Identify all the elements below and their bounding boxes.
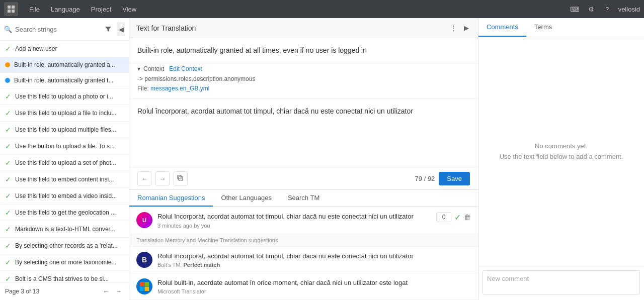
translation-footer: ← → 79 / 92 Save <box>129 167 478 189</box>
suggestion-actions: 0 ✓ 🗑 <box>436 212 471 222</box>
page-info: Page 3 of 13 <box>5 288 39 295</box>
no-comments-line2: Use the text field below to add a commen… <box>500 152 623 162</box>
next-translation-button[interactable]: → <box>155 171 170 185</box>
menu-view[interactable]: View <box>117 4 141 15</box>
sidebar-item[interactable]: ✓Bolt is a CMS that strives to be si... <box>0 271 129 282</box>
filter-button[interactable] <box>103 22 114 36</box>
tm-meta: Bolt's TM, Perfect match <box>157 262 471 268</box>
center-header-title: Text for Translation <box>136 24 448 32</box>
sidebar-item[interactable]: ✓Add a new user <box>0 41 129 57</box>
context-section: ▾ Context Edit Context -> permissions.ro… <box>129 63 478 99</box>
search-icon: 🔍 <box>4 26 12 33</box>
keyboard-icon[interactable]: ⌨ <box>570 4 580 14</box>
sidebar-item-label: Use this field to embed content insi... <box>15 176 124 183</box>
copy-source-button[interactable] <box>174 171 188 185</box>
tabs-header: Romanian Suggestions Other Languages Sea… <box>129 190 478 207</box>
svg-rect-8 <box>140 286 144 291</box>
topbar-right: ⌨ ⚙ ? vellosid <box>570 4 640 14</box>
tm-section-label: Translation Memory and Machine Translati… <box>129 234 478 247</box>
sidebar-item-label: Use this field to upload a photo or i... <box>15 93 124 100</box>
accept-suggestion-button[interactable]: ✓ <box>454 213 461 222</box>
menu-project[interactable]: Project <box>86 4 116 15</box>
next-page-button[interactable]: → <box>113 286 124 296</box>
comment-input[interactable] <box>482 270 640 294</box>
suggestion-text: Rolul încorporat, acordat automat tot ti… <box>157 212 431 221</box>
sidebar-item[interactable]: ✓Use this field to upload multiple files… <box>0 122 129 138</box>
sidebar-item[interactable]: ✓Markdown is a text-to-HTML conver... <box>0 221 129 238</box>
translation-input[interactable]: Rolul încorporat, acordat automat tot ti… <box>137 106 470 151</box>
tm-content: Rolul încorporat, acordat automat tot ti… <box>157 252 471 268</box>
sidebar-item-label: Built-in role, automatically granted a..… <box>14 61 124 68</box>
sidebar-item[interactable]: ✓Use this field to upload a file to incl… <box>0 105 129 122</box>
app-logo[interactable] <box>4 2 18 16</box>
check-icon: ✓ <box>5 126 11 134</box>
suggestion-meta: 3 minutes ago by you <box>157 223 431 229</box>
tab-terms[interactable]: Terms <box>526 18 560 37</box>
delete-suggestion-button[interactable]: 🗑 <box>464 213 471 221</box>
sidebar-item[interactable]: ✓Use the button to upload a file. To s..… <box>0 138 129 155</box>
sidebar: 🔍 ◀ ✓Add a new userBuilt-in role, automa… <box>0 18 129 300</box>
sidebar-item-label: Use this field to upload a set of phot..… <box>15 159 124 166</box>
no-comments-line1: No comments yet. <box>535 141 588 152</box>
tab-comments[interactable]: Comments <box>478 18 526 37</box>
topbar: File Language Project View ⌨ ⚙ ? vellosi… <box>0 0 644 18</box>
tabs-content: U Rolul încorporat, acordat automat tot … <box>129 207 478 300</box>
sidebar-item[interactable]: ✓Use this field to embed content insi... <box>0 171 129 188</box>
tm-item: B Rolul încorporat, acordat automat tot … <box>129 247 478 273</box>
prev-page-button[interactable]: ← <box>101 286 111 296</box>
sidebar-item-label: Markdown is a text-to-HTML conver... <box>15 226 124 233</box>
menu-file[interactable]: File <box>24 4 45 15</box>
sidebar-item[interactable]: ✓By selecting one or more taxonomie... <box>0 254 129 271</box>
svg-rect-4 <box>179 176 183 180</box>
check-icon: ✓ <box>5 275 11 282</box>
tab-other-languages[interactable]: Other Languages <box>213 190 279 207</box>
sidebar-item[interactable]: ✓Use this field to upload a photo or i..… <box>0 88 129 105</box>
check-icon: ✓ <box>5 159 11 167</box>
sidebar-item-label: Use the button to upload a file. To s... <box>15 143 124 150</box>
suggestion-content: Rolul încorporat, acordat automat tot ti… <box>157 212 431 228</box>
sidebar-item[interactable]: ✓By selecting other records as a 'relat.… <box>0 238 129 254</box>
tab-search-tm[interactable]: Search TM <box>280 190 328 207</box>
user-name[interactable]: vellosid <box>618 6 640 13</box>
check-icon: ✓ <box>5 258 11 266</box>
sidebar-search-bar: 🔍 ◀ <box>0 18 129 41</box>
sidebar-item[interactable]: ✓Use this field to embed a video insid..… <box>0 188 129 205</box>
microsoft-avatar <box>136 278 152 294</box>
check-icon: ✓ <box>5 209 11 217</box>
search-input[interactable] <box>15 26 100 33</box>
expand-button[interactable]: ▶ <box>462 22 471 34</box>
check-icon: ✓ <box>5 109 11 117</box>
svg-rect-0 <box>8 6 11 9</box>
svg-rect-6 <box>140 282 144 286</box>
check-icon: ✓ <box>5 92 11 101</box>
check-icon: ✓ <box>5 242 11 250</box>
svg-rect-9 <box>145 286 149 291</box>
save-button[interactable]: Save <box>439 172 470 185</box>
right-panel-content: No comments yet. Use the text field belo… <box>478 37 644 300</box>
sidebar-collapse-button[interactable]: ◀ <box>117 22 125 36</box>
tab-romanian-suggestions[interactable]: Romanian Suggestions <box>129 190 213 207</box>
sidebar-item[interactable]: Built-in role, automatically granted t..… <box>0 73 129 88</box>
status-dot-blue <box>5 78 10 83</box>
translation-area: Rolul încorporat, acordat automat tot ti… <box>129 99 478 167</box>
sidebar-item[interactable]: Built-in role, automatically granted a..… <box>0 57 129 73</box>
settings-icon[interactable]: ⚙ <box>586 4 596 14</box>
svg-rect-2 <box>8 10 11 13</box>
sidebar-item[interactable]: ✓Use this field to get the geolocation .… <box>0 205 129 221</box>
source-text-area: Built-in role, automatically granted at … <box>129 38 478 63</box>
svg-rect-3 <box>12 10 15 13</box>
sidebar-item[interactable]: ✓Use this field to upload a set of phot.… <box>0 155 129 171</box>
bolt-avatar: B <box>136 252 152 268</box>
context-file-link[interactable]: messages.en_GB.yml <box>150 85 209 92</box>
context-toggle[interactable]: ▾ Context Edit Context <box>137 65 470 72</box>
menu-language[interactable]: Language <box>46 4 85 15</box>
more-options-button[interactable]: ⋮ <box>448 22 459 34</box>
triangle-down-icon: ▾ <box>137 65 140 72</box>
comment-input-area <box>478 266 644 300</box>
sidebar-item-label: Add a new user <box>15 45 124 52</box>
context-path: -> permissions.roles.description.anonymo… <box>137 74 470 84</box>
prev-translation-button[interactable]: ← <box>137 171 151 185</box>
edit-context-link[interactable]: Edit Context <box>169 65 202 72</box>
help-icon[interactable]: ? <box>602 4 612 14</box>
center-header: Text for Translation ⋮ ▶ <box>129 18 478 38</box>
